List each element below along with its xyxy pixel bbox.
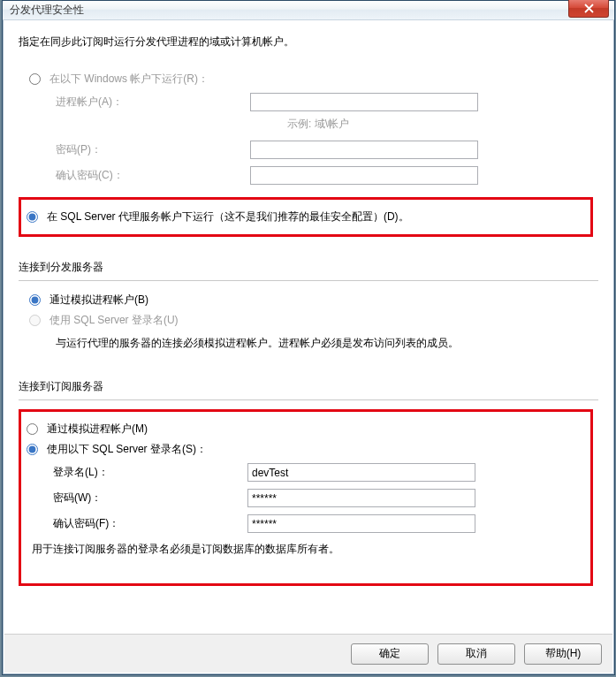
titlebar: 分发代理安全性 xyxy=(3,1,614,20)
subscriber-impersonate-radio[interactable] xyxy=(27,423,38,435)
distributor-impersonate-row[interactable]: 通过模拟进程帐户(B) xyxy=(19,290,598,310)
footer: 确定 取消 帮助(H) xyxy=(4,634,612,673)
runas-confirm-row: 确认密码(C)： xyxy=(19,163,598,188)
subscriber-confirm-label: 确认密码(F)： xyxy=(53,516,247,531)
run-windows-label: 在以下 Windows 帐户下运行(R)： xyxy=(49,72,209,87)
distributor-impersonate-radio[interactable] xyxy=(29,294,41,306)
runas-confirm-label: 确认密码(C)： xyxy=(56,168,250,183)
subscriber-title: 连接到订阅服务器 xyxy=(19,379,598,396)
subscriber-login-label: 登录名(L)： xyxy=(53,465,247,480)
run-sql-agent-label: 在 SQL Server 代理服务帐户下运行（这不是我们推荐的最佳安全配置）(D… xyxy=(47,209,409,224)
distributor-impersonate-label: 通过模拟进程帐户(B) xyxy=(49,293,148,308)
distributor-sql-radio xyxy=(29,315,41,326)
window-title: 分发代理安全性 xyxy=(10,3,84,18)
subscriber-impersonate-label: 通过模拟进程帐户(M) xyxy=(47,422,148,437)
subscriber-login-input[interactable] xyxy=(247,463,475,482)
subscriber-confirm-input[interactable] xyxy=(247,514,475,533)
subscriber-impersonate-row[interactable]: 通过模拟进程帐户(M) xyxy=(27,419,585,439)
runas-password-row: 密码(P)： xyxy=(19,137,598,163)
distributor-sql-row: 使用 SQL Server 登录名(U) xyxy=(19,310,598,331)
run-windows-radio[interactable] xyxy=(29,73,41,85)
process-account-row: 进程帐户(A)： xyxy=(19,89,598,115)
subscriber-rule xyxy=(19,399,598,400)
distributor-rule xyxy=(19,280,598,281)
run-windows-row[interactable]: 在以下 Windows 帐户下运行(R)： xyxy=(19,69,598,89)
runas-password-input xyxy=(250,141,478,159)
subscriber-sql-label: 使用以下 SQL Server 登录名(S)： xyxy=(47,442,207,457)
dialog-content: 指定在同步此订阅时运行分发代理进程的域或计算机帐户。 在以下 Windows 帐… xyxy=(4,20,612,673)
process-account-input xyxy=(250,93,478,111)
intro-text: 指定在同步此订阅时运行分发代理进程的域或计算机帐户。 xyxy=(19,34,598,49)
subscriber-password-input[interactable] xyxy=(247,489,475,507)
highlight-frame-top: 在 SQL Server 代理服务帐户下运行（这不是我们推荐的最佳安全配置）(D… xyxy=(19,197,593,237)
subscriber-sql-radio[interactable] xyxy=(27,444,38,455)
runas-confirm-input xyxy=(250,166,478,185)
content-scroll: 指定在同步此订阅时运行分发代理进程的域或计算机帐户。 在以下 Windows 帐… xyxy=(19,34,598,630)
highlight-frame-bottom: 通过模拟进程帐户(M) 使用以下 SQL Server 登录名(S)： 登录名(… xyxy=(19,409,593,586)
cancel-button[interactable]: 取消 xyxy=(437,643,515,665)
ok-button[interactable]: 确定 xyxy=(351,643,429,665)
close-button[interactable] xyxy=(568,0,609,18)
example-hint-row: 示例: 域\帐户 xyxy=(19,117,598,132)
subscriber-password-label: 密码(W)： xyxy=(53,491,247,506)
runas-password-label: 密码(P)： xyxy=(56,142,250,157)
distributor-note: 与运行代理的服务器的连接必须模拟进程帐户。进程帐户必须是发布访问列表的成员。 xyxy=(19,331,598,356)
run-sql-agent-row[interactable]: 在 SQL Server 代理服务帐户下运行（这不是我们推荐的最佳安全配置）(D… xyxy=(27,207,585,227)
example-hint: 示例: 域\帐户 xyxy=(287,118,349,130)
subscriber-password-row: 密码(W)： xyxy=(27,485,585,511)
subscriber-note: 用于连接订阅服务器的登录名必须是订阅数据库的数据库所有者。 xyxy=(27,536,585,562)
help-button[interactable]: 帮助(H) xyxy=(524,643,602,665)
close-icon xyxy=(584,4,594,13)
subscriber-login-row: 登录名(L)： xyxy=(27,460,585,485)
distributor-sql-label: 使用 SQL Server 登录名(U) xyxy=(49,313,179,328)
distributor-title: 连接到分发服务器 xyxy=(19,260,598,277)
subscriber-confirm-row: 确认密码(F)： xyxy=(27,511,585,536)
dialog-window: 分发代理安全性 指定在同步此订阅时运行分发代理进程的域或计算机帐户。 在以下 W… xyxy=(2,0,615,675)
run-sql-agent-radio[interactable] xyxy=(27,211,38,223)
subscriber-sql-row[interactable]: 使用以下 SQL Server 登录名(S)： xyxy=(27,439,585,460)
process-account-label: 进程帐户(A)： xyxy=(56,95,250,110)
